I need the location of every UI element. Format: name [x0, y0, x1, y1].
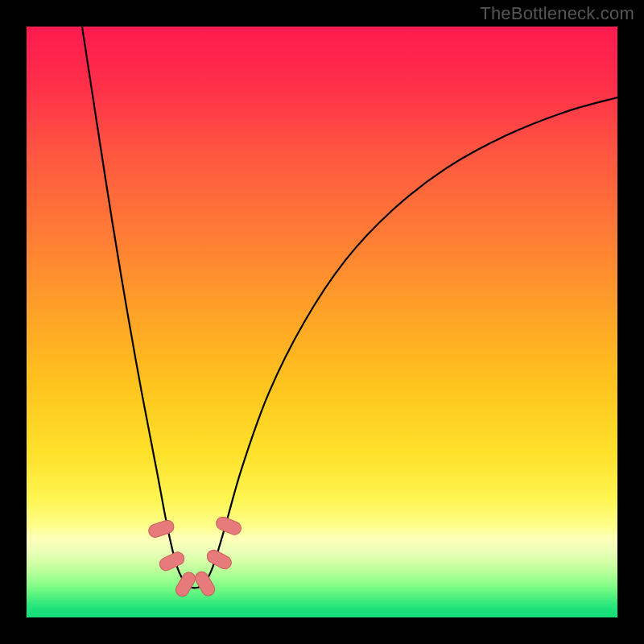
- chart-frame: TheBottleneck.com: [0, 0, 644, 644]
- gradient-background: [27, 27, 617, 617]
- watermark-text: TheBottleneck.com: [480, 3, 634, 24]
- plot-area: [27, 27, 617, 617]
- chart-svg: [27, 27, 617, 617]
